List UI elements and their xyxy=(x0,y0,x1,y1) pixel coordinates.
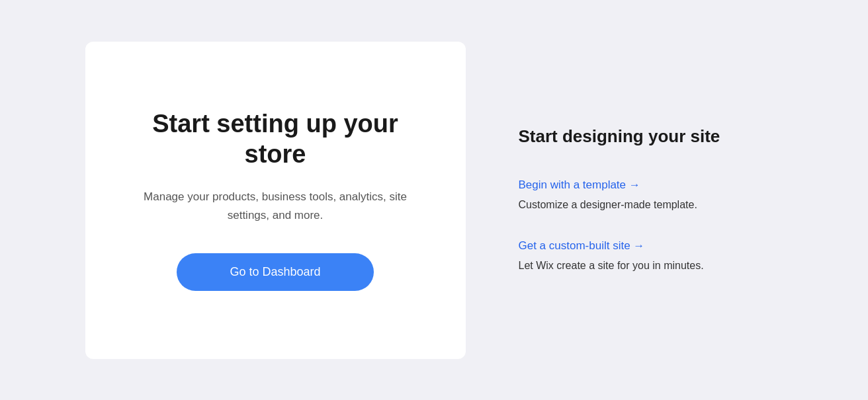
template-option-group: Begin with a template → Customize a desi… xyxy=(519,179,783,213)
custom-built-site-link[interactable]: Get a custom-built site → xyxy=(519,239,783,253)
right-section: Start designing your site Begin with a t… xyxy=(519,126,783,274)
begin-with-template-link[interactable]: Begin with a template → xyxy=(519,179,783,192)
main-container: Start setting up your store Manage your … xyxy=(0,42,868,359)
store-heading: Start setting up your store xyxy=(138,109,413,169)
store-description: Manage your products, business tools, an… xyxy=(138,188,413,223)
design-heading: Start designing your site xyxy=(519,126,783,147)
go-to-dashboard-button[interactable]: Go to Dashboard xyxy=(177,253,373,291)
template-description: Customize a designer-made template. xyxy=(519,197,783,213)
custom-site-option-group: Get a custom-built site → Let Wix create… xyxy=(519,239,783,274)
custom-site-description: Let Wix create a site for you in minutes… xyxy=(519,258,783,274)
left-card: Start setting up your store Manage your … xyxy=(85,42,466,359)
